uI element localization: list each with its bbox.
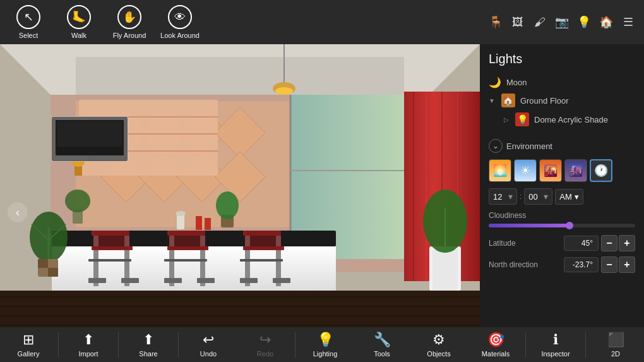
latitude-plus-button[interactable]: + (619, 235, 635, 251)
right-panel: 🪑 🖼 🖌 📷 💡 🏠 ☰ Lights 🌙 Moon ▼ 🏠 Ground F… (480, 0, 644, 362)
svg-rect-38 (57, 121, 122, 147)
ground-floor-light-label: Ground Floor (520, 96, 569, 106)
fly-around-icon: ✋ (117, 5, 141, 29)
viewport[interactable]: ‹ (0, 44, 480, 329)
svg-point-30 (275, 87, 293, 95)
redo-icon: ↪ (259, 332, 271, 348)
dome-acrylic-light-item[interactable]: ▷ 💡 Dome Acrylic Shade (489, 110, 635, 129)
redo-button[interactable]: ↪ Redo (237, 327, 294, 362)
svg-rect-54 (197, 278, 215, 283)
gallery-icon: ⊞ (23, 332, 34, 348)
dome-expand-icon: ▷ (504, 116, 509, 123)
2d-icon: ⬛ (607, 332, 624, 348)
cloudiness-slider[interactable] (489, 224, 635, 227)
brush-panel-icon[interactable]: 🖌 (529, 11, 551, 33)
cloudiness-thumb[interactable] (566, 222, 573, 229)
minute-value: 00 (528, 192, 537, 202)
latitude-row: Latitude 45° − + (489, 235, 635, 251)
latitude-minus-button[interactable]: − (601, 235, 617, 251)
home-panel-icon[interactable]: 🏠 (595, 11, 617, 33)
look-around-icon: 👁 (168, 5, 192, 29)
redo-label: Redo (257, 350, 273, 358)
2d-button[interactable]: ⬛ 2D (587, 327, 644, 362)
share-button[interactable]: ⬆ Share (120, 327, 177, 362)
objects-label: Objects (427, 350, 450, 358)
light-panel-icon[interactable]: 💡 (573, 11, 595, 33)
latitude-value: 45° (564, 236, 599, 251)
share-label: Share (139, 350, 157, 358)
svg-rect-45 (88, 278, 106, 283)
dome-acrylic-icon: 💡 (515, 112, 529, 126)
undo-button[interactable]: ↩ Undo (180, 327, 237, 362)
menu-panel-icon[interactable]: ☰ (617, 11, 639, 33)
import-button[interactable]: ⬆ Import (60, 327, 117, 362)
gallery-button[interactable]: ⊞ Gallery (0, 327, 57, 362)
look-around-label: Look Around (160, 32, 200, 39)
look-around-tool[interactable]: 👁 Look Around (158, 2, 202, 43)
dome-acrylic-label: Dome Acrylic Shade (534, 115, 608, 124)
ground-floor-light-item[interactable]: ▼ 🏠 Ground Floor (489, 91, 635, 110)
moon-light-label: Moon (506, 78, 527, 87)
sunset-preset[interactable]: 🌇 (539, 159, 562, 182)
svg-rect-47 (88, 259, 131, 262)
north-direction-row: North direction -23.7° − + (489, 256, 635, 273)
environment-collapse-button[interactable]: ⌄ (489, 139, 503, 153)
import-label: Import (78, 350, 98, 358)
north-direction-minus-button[interactable]: − (601, 256, 617, 273)
inspector-label: Inspector (541, 350, 569, 358)
bottom-toolbar: ⊞ Gallery ⬆ Import ⬆ Share ↩ Undo ↪ Redo… (0, 327, 644, 362)
objects-button[interactable]: ⚙ Objects (410, 327, 467, 362)
lighting-icon: 💡 (317, 332, 334, 348)
materials-icon: 🎯 (487, 332, 504, 348)
furniture-panel-icon[interactable]: 🪑 (485, 11, 507, 33)
svg-rect-88 (205, 218, 211, 230)
sunrise-preset[interactable]: 🌅 (489, 159, 511, 182)
moon-light-item[interactable]: 🌙 Moon (489, 74, 635, 91)
select-tool[interactable]: ↖ Select (6, 2, 51, 43)
environment-header[interactable]: ⌄ Environment (489, 139, 635, 153)
hour-field[interactable]: 12 ▾ (489, 188, 517, 205)
dusk-preset[interactable]: 🌆 (564, 159, 587, 182)
custom-preset[interactable]: 🕐 (590, 159, 612, 182)
separator-5 (525, 332, 526, 358)
minute-dropdown-icon[interactable]: ▾ (544, 191, 548, 202)
camera-panel-icon[interactable]: 📷 (551, 11, 573, 33)
share-icon: ⬆ (143, 332, 154, 348)
ampm-field[interactable]: AM ▾ (555, 189, 583, 205)
walk-label: Walk (71, 32, 86, 39)
svg-point-86 (176, 211, 186, 216)
2d-label: 2D (611, 350, 620, 358)
tools-button[interactable]: 🔧 Tools (354, 327, 410, 362)
svg-rect-87 (196, 216, 202, 230)
top-toolbar: ↖ Select 🦶 Walk ✋ Fly Around 👁 Look Arou… (0, 0, 480, 44)
ampm-dropdown-icon: ▾ (575, 192, 579, 202)
select-icon: ↖ (16, 5, 40, 29)
tools-icon: 🔧 (374, 332, 391, 348)
objects-icon: ⚙ (432, 332, 445, 348)
north-direction-buttons: − + (601, 256, 635, 273)
panel-icon-bar: 🪑 🖼 🖌 📷 💡 🏠 ☰ (480, 0, 644, 44)
lighting-button[interactable]: 💡 Lighting (297, 327, 354, 362)
hour-dropdown-icon[interactable]: ▾ (508, 191, 513, 202)
fly-around-tool[interactable]: ✋ Fly Around (107, 2, 152, 43)
moon-icon: 🌙 (489, 76, 501, 88)
svg-rect-62 (273, 278, 290, 283)
north-direction-plus-button[interactable]: + (619, 256, 635, 273)
day-preset[interactable]: ☀ (514, 159, 537, 182)
walk-icon: 🦶 (67, 5, 91, 29)
lighting-label: Lighting (313, 350, 338, 358)
separator-4 (295, 332, 295, 358)
inspector-button[interactable]: ℹ Inspector (527, 327, 584, 362)
svg-rect-77 (432, 250, 458, 291)
materials-button[interactable]: 🎯 Materials (467, 327, 524, 362)
cloudiness-label: Cloudiness (489, 211, 635, 220)
separator-6 (585, 332, 586, 358)
lights-title: Lights (489, 52, 635, 66)
minute-field[interactable]: 00 ▾ (524, 188, 552, 205)
time-inputs-row: 12 ▾ : 00 ▾ AM ▾ (489, 188, 635, 205)
back-nav-button[interactable]: ‹ (8, 202, 28, 222)
svg-rect-61 (240, 278, 258, 283)
svg-rect-73 (48, 268, 58, 277)
walk-tool[interactable]: 🦶 Walk (57, 2, 101, 43)
photo-panel-icon[interactable]: 🖼 (507, 11, 529, 33)
